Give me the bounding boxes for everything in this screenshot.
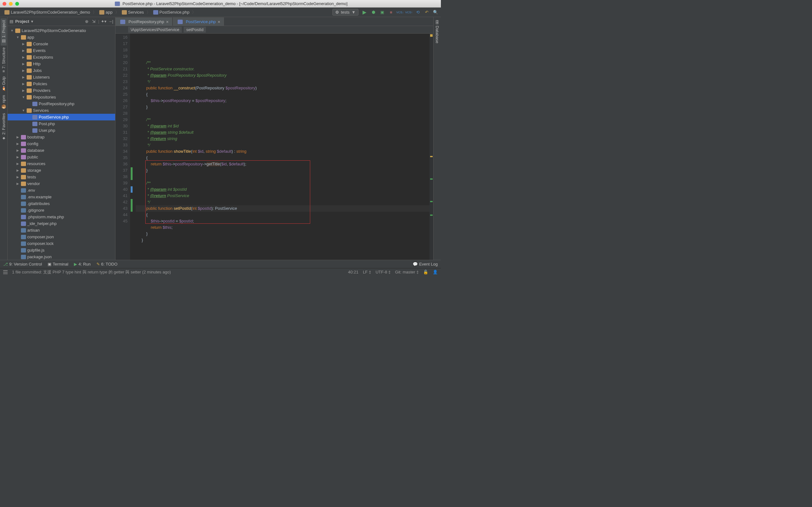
- tree-node[interactable]: config: [8, 140, 115, 147]
- tree-node[interactable]: Policies: [8, 80, 115, 87]
- code-line[interactable]: [136, 53, 433, 60]
- breadcrumb-item[interactable]: app: [97, 9, 114, 15]
- run-button[interactable]: ▶: [362, 9, 367, 15]
- code-line[interactable]: * @param int $postId: [136, 186, 433, 193]
- code-line[interactable]: * @param int $id: [136, 123, 433, 129]
- search-icon[interactable]: 🔍: [433, 9, 438, 15]
- expand-arrow-icon[interactable]: [21, 69, 26, 72]
- tree-node[interactable]: artisan: [8, 227, 115, 233]
- code-line[interactable]: $this->postRepository = $postRepository;: [136, 98, 433, 104]
- tree-node[interactable]: .gitattributes: [8, 200, 115, 207]
- breadcrumb-class[interactable]: \App\Services\PostService: [128, 26, 182, 33]
- expand-arrow-icon[interactable]: [21, 82, 26, 86]
- code-line[interactable]: public function showTitle(int $id, strin…: [136, 148, 433, 155]
- maximize-window-icon[interactable]: [15, 2, 19, 6]
- database-tab[interactable]: 🗄Database: [434, 18, 440, 45]
- vcs-update-icon[interactable]: VCS↓: [397, 9, 403, 15]
- code-line[interactable]: * @param PostRepository $postRepository: [136, 72, 433, 78]
- code-line[interactable]: */: [136, 142, 433, 148]
- tree-node[interactable]: PostService.php: [8, 114, 115, 120]
- code-line[interactable]: /**: [136, 60, 433, 66]
- side-tab-npm[interactable]: 📦npm: [1, 93, 7, 111]
- code-line[interactable]: * @param string $default: [136, 129, 433, 135]
- tree-node[interactable]: Http: [8, 60, 115, 67]
- tool-windows-icon[interactable]: [3, 270, 8, 274]
- tree-node[interactable]: Jobs: [8, 67, 115, 74]
- tree-node[interactable]: Laravel52PhpStormCodeGeneratio: [8, 27, 115, 34]
- expand-arrow-icon[interactable]: [10, 29, 14, 32]
- line-ending[interactable]: LF ‡: [363, 270, 371, 274]
- code-line[interactable]: }: [136, 167, 433, 174]
- debug-icon[interactable]: ⬢: [370, 9, 376, 15]
- expand-arrow-icon[interactable]: [16, 155, 20, 159]
- code-line[interactable]: [136, 110, 433, 117]
- project-tree[interactable]: Laravel52PhpStormCodeGeneratioappConsole…: [8, 26, 115, 260]
- expand-arrow-icon[interactable]: [21, 62, 26, 66]
- tree-node[interactable]: Events: [8, 47, 115, 54]
- expand-arrow-icon[interactable]: [21, 55, 26, 59]
- code-line[interactable]: }: [136, 231, 433, 237]
- tree-node[interactable]: Exceptions: [8, 54, 115, 60]
- code-line[interactable]: $this->postId = $postId;: [136, 218, 433, 224]
- git-branch[interactable]: Git: master ‡: [395, 270, 419, 274]
- tree-node[interactable]: .env.example: [8, 193, 115, 200]
- tree-node[interactable]: .phpstorm.meta.php: [8, 214, 115, 220]
- run-tab[interactable]: ▶4: Run: [74, 262, 90, 267]
- expand-arrow-icon[interactable]: [16, 162, 20, 165]
- expand-arrow-icon[interactable]: [16, 149, 20, 152]
- tree-node[interactable]: Console: [8, 41, 115, 47]
- coverage-icon[interactable]: ▣: [379, 9, 385, 15]
- editor-tab[interactable]: PostRepository.php×: [115, 17, 172, 26]
- tree-node[interactable]: Listeners: [8, 74, 115, 80]
- version-control-tab[interactable]: ⎇9: Version Control: [3, 262, 42, 267]
- settings-icon[interactable]: ✦▾: [101, 19, 106, 24]
- code-line[interactable]: /**: [136, 180, 433, 186]
- tree-node[interactable]: Services: [8, 107, 115, 114]
- stop-icon[interactable]: ■: [388, 9, 394, 15]
- expand-arrow-icon[interactable]: [16, 142, 20, 146]
- breadcrumb-method[interactable]: setPostId: [184, 26, 206, 33]
- code-line[interactable]: return $this;: [136, 224, 433, 231]
- code-line[interactable]: * @return string: [136, 135, 433, 142]
- tree-node[interactable]: composer.lock: [8, 240, 115, 247]
- code-line[interactable]: */: [136, 199, 433, 205]
- side-tab-favorites[interactable]: ★2: Favorites: [1, 111, 7, 143]
- tree-node[interactable]: database: [8, 147, 115, 154]
- expand-arrow-icon[interactable]: [16, 135, 20, 139]
- expand-arrow-icon[interactable]: [21, 49, 26, 52]
- tree-node[interactable]: Post.php: [8, 120, 115, 127]
- expand-arrow-icon[interactable]: [16, 169, 20, 172]
- breadcrumb-item[interactable]: PostService.php: [151, 9, 192, 15]
- side-tab-structure[interactable]: ≡7: Structure: [1, 46, 7, 74]
- history-icon[interactable]: ⟲: [415, 9, 420, 15]
- collapse-icon[interactable]: ⇲: [91, 19, 96, 24]
- code-line[interactable]: {: [136, 91, 433, 98]
- tree-node[interactable]: .env: [8, 187, 115, 193]
- code-line[interactable]: }: [136, 237, 433, 243]
- tree-node[interactable]: composer.json: [8, 233, 115, 240]
- close-tab-icon[interactable]: ×: [166, 19, 169, 24]
- tree-node[interactable]: _ide_helper.php: [8, 220, 115, 227]
- tree-node[interactable]: vendor: [8, 180, 115, 187]
- tree-node[interactable]: storage: [8, 167, 115, 174]
- tree-node[interactable]: tests: [8, 174, 115, 180]
- inspector-icon[interactable]: 👤: [433, 270, 438, 274]
- code-line[interactable]: [136, 174, 433, 180]
- tree-node[interactable]: bootstrap: [8, 134, 115, 140]
- code-editor[interactable]: 1617181920212223242526272829303132333435…: [115, 34, 433, 260]
- code-line[interactable]: public function __construct(PostReposito…: [136, 85, 433, 91]
- code-line[interactable]: {: [136, 155, 433, 161]
- minimize-window-icon[interactable]: [9, 2, 13, 6]
- expand-arrow-icon[interactable]: [21, 42, 26, 46]
- revert-icon[interactable]: ↶: [424, 9, 429, 15]
- editor-tab[interactable]: PostService.php×: [173, 17, 224, 26]
- breadcrumb-item[interactable]: Laravel52PhpStormCodeGeneration_demo: [3, 9, 92, 15]
- tree-node[interactable]: Repositories: [8, 94, 115, 101]
- vcs-commit-icon[interactable]: VCS↑: [406, 9, 412, 15]
- breadcrumb-item[interactable]: Services: [120, 9, 146, 15]
- tree-node[interactable]: app: [8, 34, 115, 41]
- expand-arrow-icon[interactable]: [16, 175, 20, 179]
- expand-arrow-icon[interactable]: [21, 75, 26, 79]
- close-tab-icon[interactable]: ×: [217, 19, 220, 24]
- tree-node[interactable]: .gitignore: [8, 207, 115, 214]
